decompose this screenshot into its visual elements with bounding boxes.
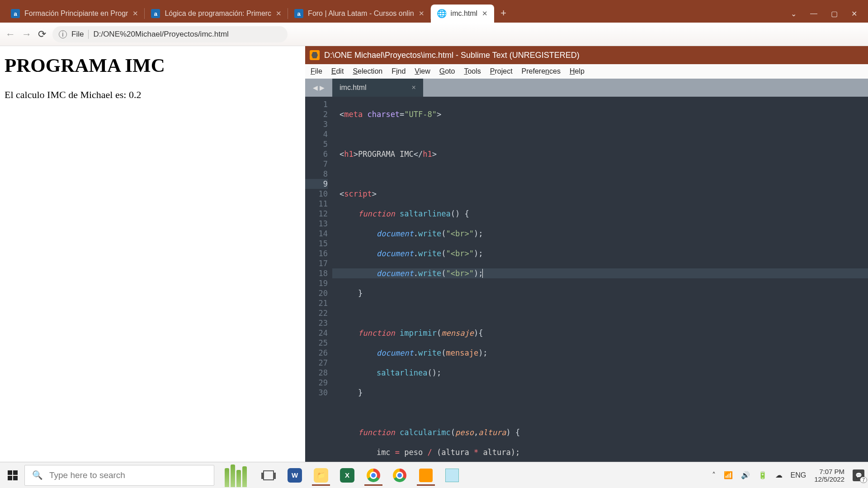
language-indicator[interactable]: ENG	[791, 471, 807, 479]
start-button[interactable]	[4, 466, 22, 484]
sublime-app[interactable]	[414, 465, 438, 486]
editor-title-text: D:\ONE Michael\Proyectos\imc.html - Subl…	[324, 51, 580, 60]
menu-tools[interactable]: Tools	[464, 67, 481, 75]
time: 7:07 PM	[814, 468, 844, 475]
alura-icon: a	[11, 9, 20, 18]
tab-title: Lógica de programación: Primerc	[165, 9, 271, 18]
sublime-icon	[310, 50, 320, 60]
notif-badge: 7	[860, 477, 867, 483]
chrome-app[interactable]	[362, 465, 385, 486]
file-explorer-app[interactable]: 📁	[309, 465, 333, 486]
action-center-icon[interactable]: 💬7	[853, 469, 864, 481]
word-app[interactable]: W	[283, 465, 307, 486]
menu-project[interactable]: Project	[490, 67, 513, 75]
browser-tab-active[interactable]: 🌐 imc.html ✕	[431, 5, 495, 23]
menu-goto[interactable]: Goto	[439, 67, 455, 75]
alura-icon: a	[151, 9, 160, 18]
address-bar: ← → ⟳ i File D:/ONE%20Michael/Proyectos/…	[0, 23, 868, 46]
rendered-page: PROGRAMA IMC El calculo IMC de Michael e…	[0, 46, 305, 488]
search-placeholder: Type here to search	[49, 470, 125, 480]
close-icon[interactable]: ✕	[276, 9, 282, 18]
close-icon[interactable]: ✕	[419, 9, 425, 18]
browser-tab[interactable]: a Formación Principiante en Progr ✕	[5, 5, 145, 23]
menu-file[interactable]: File	[311, 67, 322, 75]
menu-view[interactable]: View	[415, 67, 430, 75]
code-content[interactable]: <meta charset="UTF-8"> <h1>PROGRAMA IMC<…	[332, 97, 868, 473]
sublime-editor: D:\ONE Michael\Proyectos\imc.html - Subl…	[305, 46, 868, 488]
globe-icon: 🌐	[437, 9, 446, 18]
reload-button[interactable]: ⟳	[38, 28, 46, 40]
maximize-icon[interactable]: ▢	[831, 9, 838, 18]
page-output: El calculo IMC de Michael es: 0.2	[5, 89, 301, 101]
close-icon[interactable]: ×	[412, 84, 416, 92]
menu-preferences[interactable]: Preferences	[522, 67, 561, 75]
date: 12/5/2022	[814, 475, 844, 483]
new-tab-button[interactable]: +	[494, 4, 513, 23]
browser-tab[interactable]: a Foro | Alura Latam - Cursos onlin ✕	[288, 5, 430, 23]
tab-title: imc.html	[451, 9, 478, 18]
editor-titlebar[interactable]: D:\ONE Michael\Proyectos\imc.html - Subl…	[305, 46, 868, 64]
menu-help[interactable]: Help	[570, 67, 585, 75]
info-icon[interactable]: i	[59, 30, 67, 38]
search-icon: 🔍	[32, 470, 43, 480]
forward-button: →	[22, 28, 32, 40]
task-view-button[interactable]	[257, 465, 280, 486]
page-title: PROGRAMA IMC	[5, 54, 301, 76]
chevron-down-icon[interactable]: ⌄	[791, 9, 797, 18]
back-button[interactable]: ←	[5, 28, 15, 40]
tab-title: Formación Principiante en Progr	[24, 9, 128, 18]
minimize-icon[interactable]: —	[810, 9, 817, 18]
browser-tab-strip: a Formación Principiante en Progr ✕ a Ló…	[0, 0, 868, 23]
line-gutter[interactable]: 1234567891011121314151617181920212223242…	[305, 97, 332, 473]
battery-icon[interactable]: 🔋	[758, 471, 767, 479]
editor-tab[interactable]: imc.html ×	[332, 79, 423, 97]
editor-tab-label: imc.html	[340, 84, 367, 92]
search-input[interactable]: 🔍 Type here to search	[24, 465, 214, 486]
browser-tab[interactable]: a Lógica de programación: Primerc ✕	[145, 5, 288, 23]
chrome-app-2[interactable]	[388, 465, 411, 486]
tab-nav-arrows[interactable]: ◀ ▶	[305, 79, 332, 97]
tray-chevron-icon[interactable]: ˄	[712, 471, 716, 479]
clock[interactable]: 7:07 PM 12/5/2022	[814, 468, 844, 483]
menu-selection[interactable]: Selection	[353, 67, 382, 75]
notepad-app[interactable]	[440, 465, 464, 486]
url-field[interactable]: i File D:/ONE%20Michael/Proyectos/imc.ht…	[52, 26, 288, 42]
menu-bar: File Edit Selection Find View Goto Tools…	[305, 64, 868, 79]
wifi-icon[interactable]: 📶	[724, 471, 733, 479]
menu-edit[interactable]: Edit	[331, 67, 344, 75]
system-tray: ˄ 📶 🔊 🔋 ☁ ENG 7:07 PM 12/5/2022 💬7	[712, 468, 864, 483]
close-icon[interactable]: ✕	[482, 9, 488, 18]
close-window-icon[interactable]: ✕	[851, 9, 857, 18]
onedrive-icon[interactable]: ☁	[775, 471, 783, 479]
alura-icon: a	[294, 9, 303, 18]
url-scheme: File	[71, 30, 89, 39]
tab-title: Foro | Alura Latam - Cursos onlin	[308, 9, 414, 18]
url-text: D:/ONE%20Michael/Proyectos/imc.html	[93, 30, 228, 39]
menu-find[interactable]: Find	[392, 67, 406, 75]
excel-app[interactable]: X	[335, 465, 359, 486]
volume-icon[interactable]: 🔊	[741, 471, 750, 479]
taskbar: 🔍 Type here to search W 📁 X ˄ 📶 🔊 🔋 ☁ EN…	[0, 462, 868, 488]
cortana-scene[interactable]	[220, 464, 251, 487]
close-icon[interactable]: ✕	[132, 9, 138, 18]
editor-tabbar: ◀ ▶ imc.html ×	[305, 79, 868, 97]
